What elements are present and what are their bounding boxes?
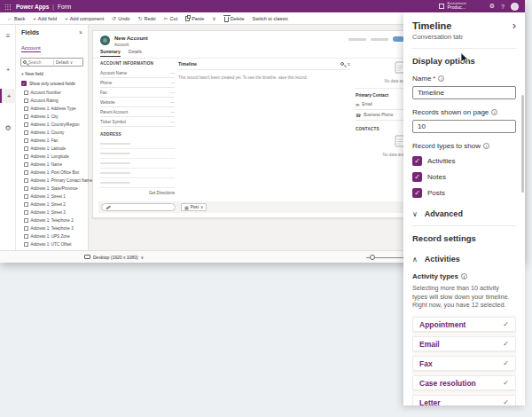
form-field-value: --- [170, 100, 175, 105]
switch-to-classic-button[interactable]: Switch to classic [253, 16, 288, 21]
field-list-item[interactable]: Address 1: Primary Contact Name [16, 177, 88, 185]
add-component-button[interactable]: +Add component [65, 16, 104, 21]
components-icon[interactable]: + [0, 62, 16, 76]
field-label: Address 1: UTC Offset [31, 242, 72, 247]
field-label: Address 1: Primary Contact Name [31, 178, 93, 183]
environment-picker[interactable]: Environment Produc... [439, 2, 466, 10]
timeline-filter-icon[interactable]: ≡ [348, 62, 350, 67]
field-list-item[interactable]: Account Number [16, 89, 88, 97]
app-name[interactable]: Power Apps [16, 4, 49, 10]
record-type-checkbox[interactable]: ✓ Posts [412, 188, 516, 198]
form-field-row[interactable]: Ticker Symbol --- [100, 117, 175, 127]
form-field-label: Ticker Symbol [100, 120, 126, 124]
field-label: Address 1: Telephone 2 [31, 218, 74, 223]
field-list-item[interactable]: Address 1: Street 1 [16, 193, 88, 201]
form-field-row[interactable]: Account Name --- [100, 68, 175, 78]
form-field-row[interactable] [100, 159, 175, 169]
search-input[interactable] [28, 60, 51, 65]
field-label: Address 1: Post Office Box [31, 170, 80, 175]
form-field-row[interactable]: Phone --- [100, 78, 175, 88]
field-list-item[interactable]: Address 1: State/Province [16, 185, 88, 193]
waffle-icon[interactable] [4, 4, 11, 10]
activity-type-row[interactable]: Case resolution ✓ [412, 375, 516, 390]
field-list-item[interactable]: Address 1: Longitude [16, 153, 88, 161]
field-list-item[interactable]: Address 1: Post Office Box [16, 169, 88, 177]
form-field-row[interactable] [100, 169, 175, 178]
records-input[interactable] [412, 120, 516, 133]
field-list-item[interactable]: Address 1: City [16, 113, 88, 121]
field-list-item[interactable]: Address 1: Street 2 [16, 201, 88, 208]
field-list-item[interactable]: Address 1: Address Type [16, 105, 88, 113]
zoom-slider[interactable] [366, 257, 407, 258]
record-type-checkbox[interactable]: ✓ Notes [412, 172, 516, 182]
field-list-item[interactable]: Address 1: Latitude [16, 145, 88, 153]
get-directions-link[interactable]: Get Directions [100, 191, 175, 195]
section-timeline[interactable]: Timeline ≡ This record hasn't been creat… [178, 61, 350, 80]
paste-split-chevron[interactable]: ∨ [212, 16, 215, 21]
field-list-item[interactable]: Address 1: Street 3 [16, 208, 88, 216]
form-field-row[interactable] [100, 149, 175, 159]
form-field-row[interactable]: Fax --- [100, 88, 175, 98]
tab-details[interactable]: Details [129, 49, 142, 57]
field-list-item[interactable]: Account Rating [16, 97, 88, 105]
info-icon[interactable]: i [491, 109, 497, 115]
filter-dropdown[interactable]: Default ∨ [56, 60, 73, 65]
fields-rail-icon[interactable]: + [0, 89, 16, 103]
advanced-toggle[interactable]: ∨ Advanced [412, 209, 516, 218]
activities-toggle[interactable]: ∧ Activities [412, 255, 516, 264]
section-account-information[interactable]: ACCOUNT INFORMATION Account Name --- Pho… [100, 61, 175, 195]
new-field-button[interactable]: + New field [21, 71, 88, 76]
field-list-item[interactable]: Address 1: Fax [16, 137, 88, 145]
app-header: Power Apps | Form Environment Produc... … [0, 0, 525, 12]
add-field-button[interactable]: +Add field [33, 16, 57, 21]
post-button[interactable]: ▦ Post ∨ [181, 203, 207, 211]
compose-input[interactable] [101, 203, 176, 211]
delete-button[interactable]: Delete [224, 15, 245, 22]
record-type-checkbox[interactable]: ✓ Activities [412, 156, 516, 166]
form-field-row[interactable] [100, 139, 175, 149]
activity-type-row[interactable]: Appointment ✓ [412, 317, 516, 332]
activity-type-row[interactable]: Email ✓ [412, 336, 516, 351]
undo-button[interactable]: ↺Undo [112, 16, 129, 21]
zoom-slider-knob[interactable] [370, 255, 375, 260]
form-field-row[interactable]: Parent Account --- [100, 107, 175, 117]
settings-gear-icon[interactable]: ⚙ [489, 3, 495, 10]
field-list-item[interactable]: Address 1: Name [16, 161, 88, 169]
close-icon[interactable]: × [79, 29, 82, 35]
timeline-search-icon[interactable] [340, 62, 344, 66]
activity-type-row[interactable]: Fax ✓ [412, 356, 516, 371]
show-unused-checkbox[interactable]: ✓ Show only unused fields [21, 81, 88, 86]
redo-button[interactable]: ↻Redo [137, 16, 155, 21]
field-list-item[interactable]: Address 1: UPS Zone [16, 232, 88, 240]
field-list-item[interactable]: Address 1: County [16, 129, 88, 137]
cut-button[interactable]: ✂Cut [164, 16, 178, 21]
field-list-item[interactable]: Address 1: Telephone 2 [16, 216, 88, 224]
device-selector[interactable]: Desktop (1920 x 1080) ∨ [84, 255, 144, 260]
field-type-icon [24, 234, 28, 239]
scrollbar-thumb[interactable] [521, 95, 524, 193]
form-field-row[interactable]: Website --- [100, 98, 175, 107]
form-settings-gear-icon[interactable]: ⚙ [0, 121, 16, 135]
user-avatar[interactable] [511, 3, 519, 11]
help-icon[interactable]: ? [501, 4, 505, 10]
info-icon[interactable]: i [483, 143, 489, 149]
records-field-label: Records shown on page i [412, 108, 516, 116]
activity-type-row[interactable]: Letter ✓ [412, 395, 516, 405]
tree-view-icon[interactable]: ≡ [0, 28, 16, 43]
form-field-row[interactable] [100, 178, 175, 188]
field-list-item[interactable]: Address 1: UTC Offset [16, 240, 88, 248]
check-icon: ✓ [503, 320, 509, 328]
name-input[interactable] [412, 86, 516, 99]
field-list-item[interactable]: Address 1: Telephone 3 [16, 224, 88, 232]
paste-button[interactable]: Paste [185, 16, 204, 21]
field-list-item[interactable]: Address 1: Country/Region [16, 121, 88, 129]
record-settings-heading: Record settings [412, 233, 516, 243]
back-button[interactable]: ←Back [7, 16, 25, 21]
info-icon[interactable]: i [438, 75, 444, 82]
panel-subtitle: Conversation tab [412, 33, 516, 41]
tab-account[interactable]: Account [21, 45, 41, 52]
panel-scrollbar[interactable] [521, 20, 524, 401]
info-icon[interactable]: i [461, 273, 467, 279]
tab-summary[interactable]: Summary [100, 49, 121, 57]
chevron-right-icon[interactable]: › [512, 20, 516, 31]
